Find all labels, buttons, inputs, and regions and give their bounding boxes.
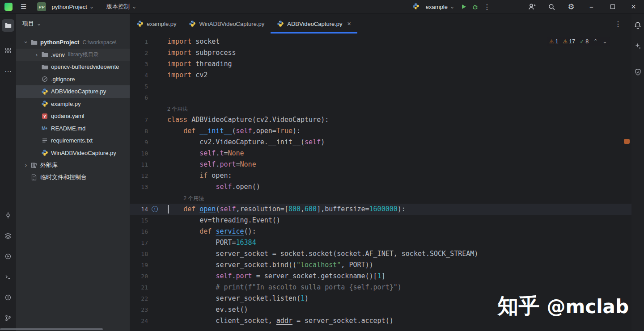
tree-chevron-icon[interactable]: › — [21, 162, 30, 168]
code-line[interactable]: 6 — [130, 92, 631, 103]
line-number[interactable]: 23 — [130, 304, 148, 315]
line-number[interactable]: 16 — [130, 226, 148, 237]
line-number[interactable]: 7 — [130, 114, 148, 126]
vcs-menu[interactable]: 版本控制 ⌄ — [105, 1, 138, 12]
inlay-hint-row[interactable]: 2 个用法 — [130, 193, 631, 204]
code-line[interactable]: 15 ev=threading.Event() — [130, 215, 631, 226]
code-line[interactable]: 12 if open: — [130, 170, 631, 181]
tree-item-external-libraries[interactable]: ›外部库 — [16, 159, 130, 172]
services-toolwindow-button[interactable] — [2, 250, 14, 263]
close-tab-icon[interactable]: × — [347, 20, 351, 27]
code-line[interactable]: 14↑ def open(self,resolution=[800,600],b… — [130, 204, 631, 215]
line-number[interactable]: 14 — [130, 204, 148, 215]
code-line[interactable]: 11 self.port=None — [130, 159, 631, 170]
next-problem-button[interactable]: ⌄ — [602, 38, 607, 45]
code-line[interactable]: 20 self.port = server_socket.getsockname… — [130, 271, 631, 282]
ai-assistant-button[interactable] — [631, 39, 644, 52]
line-number[interactable]: 3 — [130, 59, 148, 70]
add-user-button[interactable] — [522, 0, 542, 13]
code-line[interactable]: 18 server_socket = socket.socket(socket.… — [130, 248, 631, 260]
horizontal-scrollbar[interactable] — [0, 328, 103, 330]
commit-toolwindow-button[interactable] — [2, 209, 14, 222]
git-toolwindow-button[interactable] — [2, 312, 14, 324]
line-number[interactable]: 5 — [130, 81, 148, 92]
run-config-selector[interactable]: example ⌄ — [424, 1, 456, 12]
tree-item-gitignore[interactable]: .gitignore — [16, 73, 130, 86]
line-number[interactable]: 8 — [130, 126, 148, 137]
tree-item-readme-md[interactable]: MREADME.md — [16, 122, 130, 135]
tree-item-scratches[interactable]: 临时文件和控制台 — [16, 172, 130, 184]
line-number[interactable]: 9 — [130, 137, 148, 148]
line-number[interactable]: 13 — [130, 181, 148, 193]
maximize-button[interactable] — [602, 0, 623, 13]
line-number[interactable]: 22 — [130, 293, 148, 304]
code-line[interactable]: 17 PORT=16384 — [130, 237, 631, 248]
tree-chevron-icon[interactable]: › — [32, 51, 41, 58]
code-line[interactable]: 21 # print(f"In ascolto sulla porta {sel… — [130, 282, 631, 293]
code-line[interactable]: 3import threading — [130, 59, 631, 70]
code-line[interactable]: 8 def __init__(self,open=True): — [130, 126, 631, 137]
settings-button[interactable]: ⚙ — [561, 0, 581, 13]
tab-adbvideocapture-py[interactable]: ADBVideoCapture.py× — [271, 14, 357, 34]
tab-winadbvideocapture-py[interactable]: WinADBVideoCapture.py — [182, 14, 271, 34]
project-toolwindow-button[interactable] — [2, 19, 14, 32]
tabs-more-icon[interactable]: ⋮ — [605, 14, 631, 34]
tree-item-venv[interactable]: ›.venvlibrary根目录 — [16, 49, 130, 61]
qodana-button[interactable] — [631, 66, 644, 78]
packages-toolwindow-button[interactable] — [2, 230, 14, 242]
inspection-high-warnings[interactable]: ⚠ 1 — [549, 38, 559, 45]
tree-item-winadbvideocapture-py[interactable]: WinADBVideoCapture.py — [16, 147, 130, 159]
project-selector[interactable]: pythonProject ⌄ — [46, 1, 96, 12]
line-number[interactable]: 2 — [130, 47, 148, 59]
inspection-warnings[interactable]: ⚠ 17 — [563, 38, 576, 45]
tab-example-py[interactable]: example.py — [130, 14, 182, 34]
run-button[interactable] — [461, 4, 467, 10]
line-number[interactable]: 15 — [130, 215, 148, 226]
project-panel-header[interactable]: 项目 ⌄ — [16, 14, 130, 34]
terminal-toolwindow-button[interactable] — [2, 271, 14, 283]
line-number[interactable]: 20 — [130, 271, 148, 282]
code-line[interactable]: 13 self.open() — [130, 181, 631, 193]
debug-button[interactable] — [471, 3, 479, 11]
inspections-widget[interactable]: ⚠ 1 ⚠ 17 ✓ 8 ⌃ ⌄ — [547, 37, 610, 46]
code-line[interactable]: 16 def service(): — [130, 226, 631, 237]
run-more-icon[interactable]: ⋮ — [483, 3, 491, 11]
line-number[interactable]: 6 — [130, 92, 148, 103]
problems-toolwindow-button[interactable] — [2, 291, 14, 304]
override-method-icon[interactable]: ↑ — [152, 206, 158, 212]
line-number[interactable]: 10 — [130, 148, 148, 159]
tree-chevron-icon[interactable]: › — [23, 38, 30, 47]
code-line[interactable]: 19 server_socket.bind(("localhost", PORT… — [130, 260, 631, 271]
search-everywhere-button[interactable] — [542, 0, 561, 13]
code-line[interactable]: 2import subprocess — [130, 47, 631, 59]
tree-item-opencv-folder[interactable]: opencv-bufferedvideowrite — [16, 61, 130, 73]
line-number[interactable]: 4 — [130, 70, 148, 81]
tree-item-requirements-txt[interactable]: requirements.txt — [16, 134, 130, 147]
line-number[interactable]: 24 — [130, 315, 148, 327]
notifications-button[interactable] — [631, 19, 644, 32]
tree-item-adbvideocapture-py[interactable]: ADBVideoCapture.py — [16, 85, 130, 98]
structure-toolwindow-button[interactable] — [2, 44, 14, 57]
close-button[interactable]: × — [623, 0, 644, 13]
editor[interactable]: 1import socket2import subprocess3import … — [130, 34, 631, 331]
main-menu-icon[interactable]: ☰ — [21, 3, 26, 11]
line-number[interactable]: 17 — [130, 237, 148, 248]
scrollbar-error-stripe-mark[interactable] — [624, 139, 630, 144]
tree-item-root[interactable]: ›pythonProjectC:\workspace\ — [16, 36, 130, 49]
previous-problem-button[interactable]: ⌃ — [593, 38, 598, 45]
more-toolwindows-button[interactable]: ⋯ — [2, 65, 14, 77]
minimize-button[interactable]: − — [581, 0, 602, 13]
code-line[interactable]: 4import cv2 — [130, 70, 631, 81]
tree-item-example-py[interactable]: example.py — [16, 98, 130, 110]
line-number[interactable]: 19 — [130, 260, 148, 271]
line-number[interactable]: 21 — [130, 282, 148, 293]
tree-item-qodana-yaml[interactable]: Yqodana.yaml — [16, 110, 130, 122]
line-number[interactable]: 1 — [130, 36, 148, 47]
code-line[interactable]: 10 self.t=None — [130, 148, 631, 159]
line-number[interactable]: 11 — [130, 159, 148, 170]
code-line[interactable]: 7class ADBVideoCapture(cv2.VideoCapture)… — [130, 114, 631, 126]
line-number[interactable]: 12 — [130, 170, 148, 181]
line-number[interactable]: 18 — [130, 248, 148, 260]
code-line[interactable]: 9 cv2.VideoCapture.__init__(self) — [130, 137, 631, 148]
inlay-hint-row[interactable]: 2 个用法 — [130, 103, 631, 114]
